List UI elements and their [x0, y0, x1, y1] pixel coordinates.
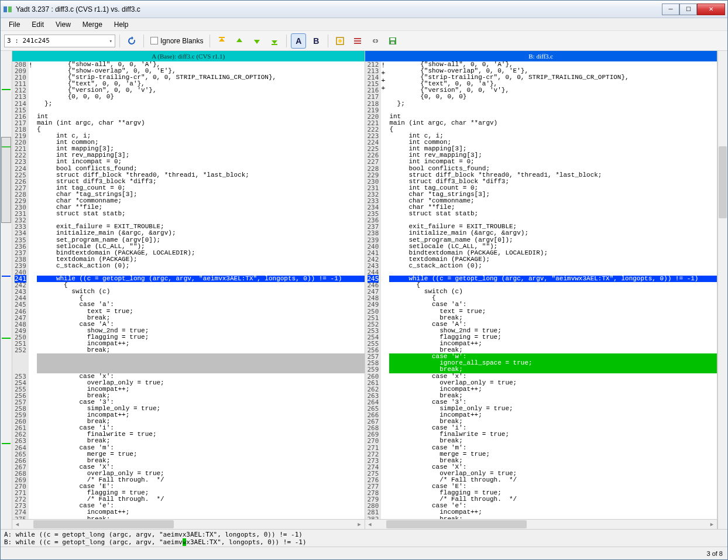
svg-rect-6	[354, 38, 361, 39]
menu-merge[interactable]: Merge	[78, 19, 107, 30]
pane-a: A (Base): diff3.c (CVS r1.1) 208 209 210…	[12, 51, 365, 529]
menu-view[interactable]: View	[51, 19, 75, 30]
window-controls: ─ ☐ ✕	[662, 4, 725, 15]
close-button[interactable]: ✕	[697, 4, 725, 15]
pane-a-code[interactable]: {"show-all", 0, 0, 'A'}, {"show-overlap"…	[37, 61, 365, 519]
vertical-scrollbar[interactable]	[717, 51, 727, 529]
statusbar: 3 of 8	[1, 547, 727, 559]
pane-b-header: B: diff3.c	[365, 51, 717, 61]
window-title: Yadt 3.237 : diff3.c (CVS r1.1) vs. diff…	[16, 5, 662, 13]
pane-a-markers: !	[29, 61, 37, 519]
ignore-blanks-label: Ignore Blanks	[160, 37, 203, 45]
svg-rect-7	[354, 40, 361, 42]
status-position: 3 of 8	[706, 550, 723, 557]
highlight-button[interactable]	[332, 33, 348, 49]
info-line-b: B: while ((c = getopt_long (argc, argv, …	[4, 538, 724, 546]
svg-rect-0	[4, 6, 7, 12]
svg-rect-3	[272, 44, 277, 45]
pane-a-gutter: 208 209 210 211 212 213 214 215 216 217 …	[12, 61, 29, 519]
pane-a-header: A (Base): diff3.c (CVS r1.1)	[12, 51, 365, 61]
titlebar: Yadt 3.237 : diff3.c (CVS r1.1) vs. diff…	[1, 1, 727, 18]
diff-selector-value: 3 : 241c245	[7, 37, 50, 44]
first-diff-button[interactable]	[214, 33, 229, 49]
checkbox-icon	[150, 37, 158, 44]
menu-help[interactable]: Help	[109, 19, 133, 30]
svg-point-5	[338, 39, 342, 43]
select-a-button[interactable]: A	[291, 33, 306, 49]
prev-diff-button[interactable]	[232, 33, 247, 49]
last-diff-button[interactable]	[267, 33, 282, 49]
pane-b-gutter: 212 213 214 215 216 217 218 219 220 221 …	[365, 61, 382, 519]
pane-b-markers: ! + + +	[381, 61, 389, 519]
svg-rect-1	[8, 6, 12, 12]
info-line-a: A: while ((c = getopt_long (argc, argv, …	[4, 531, 724, 538]
app-icon	[3, 5, 12, 14]
current-diff-info: A: while ((c = getopt_long (argc, argv, …	[1, 529, 727, 547]
link-button[interactable]	[368, 33, 383, 49]
toolbar: 3 : 241c245 Ignore Blanks A B	[1, 31, 727, 51]
select-b-button[interactable]: B	[308, 33, 324, 49]
main-area: A (Base): diff3.c (CVS r1.1) 208 209 210…	[1, 51, 727, 529]
app-window: Yadt 3.237 : diff3.c (CVS r1.1) vs. diff…	[0, 0, 728, 560]
svg-rect-11	[391, 42, 394, 44]
maximize-button[interactable]: ☐	[679, 4, 697, 15]
next-diff-button[interactable]	[249, 33, 265, 49]
svg-rect-8	[354, 43, 361, 44]
minimize-button[interactable]: ─	[662, 4, 679, 15]
diff-selector-combo[interactable]: 3 : 241c245	[4, 35, 115, 47]
pane-b-code[interactable]: {"show-all", 0, 0, 'A'}, {"show-overlap"…	[389, 61, 717, 519]
refresh-button[interactable]	[124, 33, 139, 49]
lines-button[interactable]	[350, 33, 365, 49]
svg-rect-2	[219, 37, 225, 38]
menu-edit[interactable]: Edit	[27, 19, 49, 30]
ignore-blanks-checkbox[interactable]: Ignore Blanks	[148, 37, 205, 45]
pane-b: B: diff3.c 212 213 214 215 216 217 218 2…	[365, 51, 718, 529]
menubar: File Edit View Merge Help	[1, 18, 727, 31]
pane-a-hscroll[interactable]: ◄►	[12, 519, 365, 529]
save-button[interactable]	[385, 33, 400, 49]
pane-b-hscroll[interactable]: ◄►	[365, 519, 717, 529]
menu-file[interactable]: File	[4, 19, 25, 30]
minimap-left[interactable]	[1, 51, 12, 529]
svg-rect-10	[390, 38, 395, 40]
